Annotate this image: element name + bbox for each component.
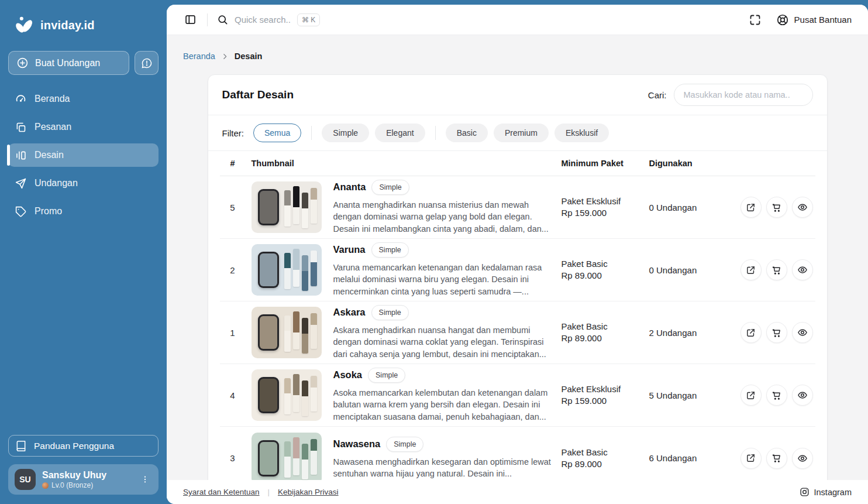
open-design-button[interactable] <box>740 197 762 218</box>
filter-chip-semua[interactable]: Semua <box>253 124 301 142</box>
row-number: 2 <box>222 265 243 275</box>
row-actions <box>731 322 813 343</box>
preview-design-button[interactable] <box>792 197 813 218</box>
filter-chip-premium[interactable]: Premium <box>494 124 549 142</box>
design-name: Nawasena <box>333 438 381 450</box>
filter-chip-elegant[interactable]: Elegant <box>375 124 425 142</box>
sidebar-item-promo[interactable]: Promo <box>8 200 159 223</box>
design-info: Askara Simple Askara menghadirkan nuansa… <box>331 305 562 361</box>
design-thumbnail <box>243 369 331 421</box>
sidebar-item-undangan[interactable]: Undangan <box>8 172 159 195</box>
preview-design-button[interactable] <box>792 322 813 343</box>
user-name: Sanskuy Uhuy <box>42 469 106 481</box>
create-invitation-button[interactable]: Buat Undangan <box>8 51 129 75</box>
filter-divider <box>435 126 436 140</box>
user-menu-button[interactable] <box>138 472 152 486</box>
package-name: Paket Basic <box>562 447 649 458</box>
usage-count: 2 Undangan <box>649 328 731 338</box>
sidebar-item-label: Beranda <box>35 94 70 104</box>
preview-design-button[interactable] <box>792 385 813 406</box>
content-area: Beranda Desain Daftar Desain Cari: Filte… <box>167 35 868 480</box>
open-design-button[interactable] <box>740 259 762 280</box>
table-row: 2 Varuna Simple Varuna memancarkan keten… <box>220 239 815 301</box>
fullscreen-button[interactable] <box>748 13 762 27</box>
design-description: Varuna memancarkan ketenangan dan kedala… <box>333 262 552 298</box>
quick-search-trigger[interactable]: Quick search.. ⌘ K <box>217 13 320 26</box>
preview-design-button[interactable] <box>792 259 813 280</box>
chevron-right-icon <box>221 53 229 60</box>
topbar: Quick search.. ⌘ K Pusat Bantuan <box>167 5 868 35</box>
buy-design-button[interactable] <box>766 385 787 406</box>
filter-label: Filter: <box>222 128 244 138</box>
design-name: Varuna <box>333 244 366 255</box>
filter-row: Filter: Semua Simple Elegant Basic Premi… <box>208 115 827 151</box>
buy-design-button[interactable] <box>766 322 787 343</box>
buy-design-button[interactable] <box>766 197 787 218</box>
user-guide-button[interactable]: Panduan Pengguna <box>8 435 159 457</box>
design-search-input[interactable] <box>674 84 813 106</box>
open-design-button[interactable] <box>740 448 762 469</box>
phone-mockup <box>258 440 279 476</box>
instagram-label: Instagram <box>814 488 852 497</box>
brand-logo[interactable]: inviday.id <box>8 0 159 44</box>
design-name: Askara <box>333 307 366 318</box>
minimum-package: Paket Eksklusif Rp 159.000 <box>562 196 649 219</box>
sidebar-item-beranda[interactable]: Beranda <box>8 87 159 111</box>
user-card[interactable]: SU Sanskuy Uhuy Lv.0 (Bronze) <box>8 464 159 495</box>
breadcrumb: Beranda Desain <box>167 35 868 61</box>
help-center-label: Pusat Bantuan <box>794 15 852 25</box>
feedback-button[interactable] <box>135 51 159 75</box>
table-body: 5 Ananta Simple Ananta menghadirkan nuan… <box>208 176 827 480</box>
instagram-link[interactable]: Instagram <box>800 487 852 497</box>
thumbnail-image <box>252 244 322 296</box>
table-row: 3 Nawasena Simple Nawasena menghadirkan … <box>220 427 815 480</box>
sidebar-item-desain[interactable]: Desain <box>8 143 159 167</box>
usage-count: 6 Undangan <box>649 453 731 463</box>
avatar: SU <box>15 469 36 490</box>
sidebar: inviday.id Buat Undangan Beranda <box>0 0 167 504</box>
privacy-link[interactable]: Kebijakan Privasi <box>278 488 339 496</box>
filter-divider <box>311 126 312 140</box>
quick-search-placeholder: Quick search.. <box>235 15 291 25</box>
page-title: Daftar Desain <box>222 88 294 101</box>
filter-chip-basic[interactable]: Basic <box>446 124 488 142</box>
design-category-badge: Simple <box>386 437 423 452</box>
sidebar-toggle-button[interactable] <box>183 12 198 27</box>
table-row: 1 Askara Simple Askara menghadirkan nuan… <box>220 301 815 364</box>
package-price: Rp 89.000 <box>562 332 649 344</box>
plus-circle-icon <box>16 57 29 69</box>
buy-design-button[interactable] <box>766 448 787 469</box>
breadcrumb-home-link[interactable]: Beranda <box>183 52 215 61</box>
buy-design-button[interactable] <box>766 259 787 280</box>
row-actions <box>731 259 813 280</box>
package-price: Rp 159.000 <box>562 395 649 407</box>
footer-links: Syarat dan Ketentuan | Kebijakan Privasi <box>183 488 339 496</box>
terms-link[interactable]: Syarat dan Ketentuan <box>183 488 260 496</box>
package-price: Rp 89.000 <box>562 270 649 282</box>
open-design-button[interactable] <box>740 385 762 406</box>
design-description: Askara menghadirkan nuansa hangat dan me… <box>333 324 552 361</box>
row-number: 4 <box>222 390 243 400</box>
filter-chip-eksklusif[interactable]: Eksklusif <box>554 124 609 142</box>
phone-mockup <box>258 314 279 351</box>
create-invitation-label: Buat Undangan <box>35 58 100 68</box>
send-icon <box>15 177 27 190</box>
sidebar-item-label: Desain <box>35 150 64 160</box>
sidebar-item-label: Pesanan <box>35 122 71 132</box>
design-strips <box>284 311 317 354</box>
filter-chip-simple[interactable]: Simple <box>322 124 369 142</box>
column-header-thumbnail: Thumbnail <box>243 159 331 168</box>
design-info: Nawasena Simple Nawasena menghadirkan ke… <box>331 437 562 480</box>
minimum-package: Paket Basic Rp 89.000 <box>562 321 649 344</box>
sidebar-item-pesanan[interactable]: Pesanan <box>8 115 159 139</box>
card-header: Daftar Desain Cari: <box>208 75 827 115</box>
thumbnail-image <box>252 369 322 421</box>
design-info: Varuna Simple Varuna memancarkan ketenan… <box>331 242 562 298</box>
help-center-button[interactable]: Pusat Bantuan <box>776 13 852 26</box>
open-design-button[interactable] <box>740 322 762 343</box>
preview-design-button[interactable] <box>792 448 813 469</box>
design-thumbnail <box>243 181 331 233</box>
footer: Syarat dan Ketentuan | Kebijakan Privasi… <box>167 480 868 504</box>
breadcrumb-current: Desain <box>235 52 263 61</box>
design-category-badge: Simple <box>371 242 409 258</box>
